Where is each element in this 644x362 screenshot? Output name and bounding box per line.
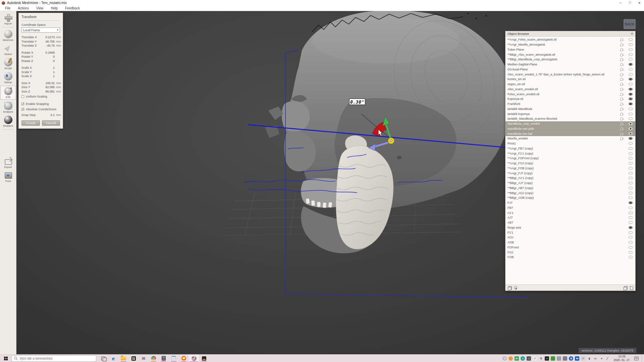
coordinate-space-select[interactable]: Local Frame <box>21 27 60 33</box>
field-value[interactable]: 0.2968 <box>42 51 55 54</box>
field-value[interactable]: 0 <box>42 55 55 58</box>
pin-target-icon[interactable] <box>618 102 626 106</box>
object-row[interactable]: hinge axis <box>505 225 635 230</box>
object-row[interactable]: **AAgr_FOB (copy) <box>505 166 635 171</box>
minimize-button[interactable] <box>616 1 625 5</box>
tray-usb-device[interactable]: ▮ <box>587 356 591 361</box>
tray-tablet-app[interactable] <box>557 356 561 361</box>
object-row[interactable]: **AAgr_Felso_scann_atmozgatott.stl <box>505 37 635 42</box>
object-row[interactable]: **BBgr_AOB (copy) <box>505 195 635 200</box>
taskbar-edge[interactable]: e <box>108 355 118 362</box>
pin-target-icon[interactable] <box>618 137 626 140</box>
tray-eset-security[interactable]: e <box>521 356 525 361</box>
field-value[interactable]: 86.081 <box>42 90 55 93</box>
eye-closed-icon[interactable] <box>626 58 635 61</box>
object-row[interactable]: Also_scann_eredeti.stl <box>505 87 635 92</box>
object-row[interactable]: Frankfurti <box>505 102 635 107</box>
tray-nvidia-settings[interactable]: ● <box>545 356 549 361</box>
tool-import[interactable]: Import <box>0 13 16 25</box>
field-size-x[interactable]: Size X109.31mm <box>21 81 60 85</box>
field-size-y[interactable]: Size Y82.095mm <box>21 85 60 89</box>
tray-pen-input[interactable]: ╱ <box>605 356 609 361</box>
taskbar-mail[interactable]: ✉ <box>139 355 149 362</box>
taskbar-blender[interactable] <box>179 355 189 362</box>
eye-open-icon[interactable] <box>626 88 635 90</box>
tray-green-check[interactable]: ✓ <box>581 356 585 361</box>
eye-closed-icon[interactable] <box>626 108 635 110</box>
object-row[interactable]: FOFront <box>505 245 635 250</box>
taskbar-meshmixer[interactable] <box>189 355 199 362</box>
object-row[interactable]: mandibula ram jobb <box>505 126 635 131</box>
tool-analysis[interactable]: Analysis <box>0 102 16 113</box>
object-row[interactable]: tartalék Mandibula <box>505 107 635 112</box>
eye-open-icon[interactable] <box>626 201 635 204</box>
object-row[interactable]: **BBgr_Also_scann_atmozgatott.stl <box>505 52 635 57</box>
field-value[interactable]: -46.75 <box>42 44 55 47</box>
field-value[interactable]: 1 <box>42 66 55 69</box>
eye-closed-icon[interactable] <box>626 216 635 219</box>
pin-target-icon[interactable] <box>618 63 626 66</box>
pin-target-icon[interactable] <box>618 127 626 130</box>
eye-open-icon[interactable] <box>626 93 635 96</box>
eye-closed-icon[interactable] <box>626 231 635 234</box>
field-scale-x[interactable]: Scale X1 <box>21 66 60 70</box>
field-rotate-y[interactable]: Rotate Y0 <box>21 55 60 59</box>
pin-target-icon[interactable] <box>618 43 626 46</box>
maximize-button[interactable] <box>625 1 635 5</box>
absolute-coords-checkbox[interactable]: Absolute Coords/Sizes <box>21 107 60 112</box>
object-row[interactable]: tartalék_Mandibula_scannre illesztett <box>505 116 635 121</box>
eye-closed-icon[interactable] <box>626 83 635 85</box>
object-row[interactable]: AOB <box>505 240 635 245</box>
menu-help[interactable]: Help <box>47 6 61 10</box>
pin-target-icon[interactable] <box>618 73 626 76</box>
eye-open-icon[interactable] <box>626 137 635 140</box>
eye-closed-icon[interactable] <box>626 212 635 214</box>
field-value[interactable]: 1 <box>42 74 55 78</box>
tray-display-network[interactable]: ▭ <box>593 356 597 361</box>
uniform-scaling-checkbox[interactable]: Uniform Scaling <box>21 94 60 99</box>
object-row[interactable]: FOJ <box>505 250 635 255</box>
object-row[interactable]: FJ7 <box>505 200 635 205</box>
object-row[interactable]: **BBgr_A1'1 (copy) <box>505 176 635 181</box>
pin-target-icon[interactable] <box>618 97 626 101</box>
pin-target-icon[interactable] <box>618 112 626 116</box>
object-row[interactable]: FB7 <box>505 205 635 210</box>
field-rotate-z[interactable]: Rotate Z0 <box>21 59 60 63</box>
tool-meshmix[interactable]: Meshmix <box>0 30 16 42</box>
eye-open-icon[interactable] <box>626 63 635 66</box>
object-row[interactable]: **BBgr_AOJ (copy) <box>505 190 635 195</box>
pin-target-icon[interactable] <box>618 58 626 61</box>
object-row[interactable]: Felso_scann_eredeti.stl <box>505 92 635 97</box>
pin-target-icon[interactable] <box>618 77 626 81</box>
tray-bluetooth[interactable]: B <box>569 356 573 361</box>
object-row[interactable]: mandibula ram bal <box>505 131 635 136</box>
eye-closed-icon[interactable] <box>626 251 635 254</box>
tray-updown-arrows[interactable]: ⇅ <box>539 356 543 361</box>
tool-shaders[interactable]: Shaders <box>0 116 16 127</box>
field-value[interactable]: 109.31 <box>42 81 55 85</box>
object-row[interactable]: Koponya.stl <box>505 97 635 102</box>
eye-open-icon[interactable] <box>626 226 635 229</box>
menu-actions[interactable]: Actions <box>14 6 33 10</box>
pin-target-icon[interactable] <box>618 48 626 51</box>
taskbar-clock[interactable]: 12:25 2020. 01. 17. <box>613 355 630 362</box>
pin-target-icon[interactable] <box>618 82 626 86</box>
tray-screen-app[interactable] <box>563 356 567 361</box>
cube-icon[interactable] <box>507 286 512 290</box>
object-row[interactable]: **BBgr_Mandibula_corp_atmozgatott <box>505 57 635 62</box>
taskbar-notepad[interactable] <box>169 355 179 362</box>
field-translate-y[interactable]: Translate Y48.705mm <box>21 40 60 44</box>
field-value[interactable]: 0 <box>42 59 55 63</box>
tool-stamp[interactable]: Stamp <box>0 72 16 84</box>
object-row[interactable]: AB7 <box>505 220 635 225</box>
tool-export[interactable]: Export <box>0 157 16 169</box>
object-row[interactable]: AOJ <box>505 235 635 240</box>
taskbar-printutility[interactable] <box>199 355 209 362</box>
panel-options-button[interactable] <box>631 33 633 35</box>
tool-edit[interactable]: Edit <box>1 86 15 99</box>
object-row[interactable]: FOB <box>505 255 635 260</box>
pin-target-icon[interactable] <box>618 122 626 125</box>
eye-closed-icon[interactable] <box>626 177 635 179</box>
eye-closed-icon[interactable] <box>626 172 635 175</box>
eye-closed-icon[interactable] <box>626 192 635 194</box>
